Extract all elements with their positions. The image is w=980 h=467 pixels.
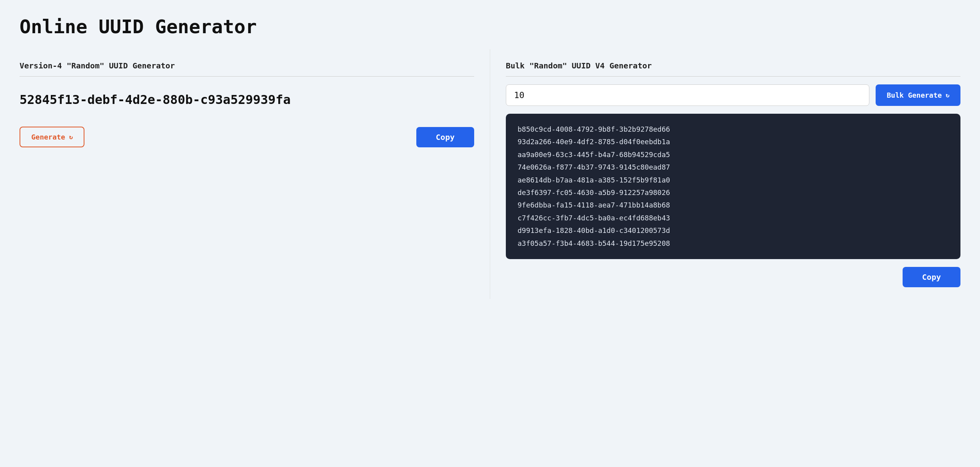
- uuid-list-item: aa9a00e9-63c3-445f-b4a7-68b94529cda5: [518, 149, 949, 161]
- uuid-list-item: 9fe6dbba-fa15-4118-aea7-471bb14a8b68: [518, 199, 949, 211]
- bulk-generate-label: Bulk Generate: [887, 91, 942, 99]
- right-panel-title: Bulk "Random" UUID V4 Generator: [506, 61, 960, 77]
- uuid-list-item: 93d2a266-40e9-4df2-8785-d04f0eebdb1a: [518, 136, 949, 148]
- left-panel: Version-4 "Random" UUID Generator 52845f…: [20, 49, 490, 299]
- bulk-generate-button[interactable]: Bulk Generate ↻: [876, 84, 960, 106]
- uuid-list-item: b850c9cd-4008-4792-9b8f-3b2b9278ed66: [518, 123, 949, 136]
- bulk-refresh-icon: ↻: [946, 91, 950, 99]
- bulk-controls: Bulk Generate ↻: [506, 84, 960, 106]
- uuid-list-container: b850c9cd-4008-4792-9b8f-3b2b9278ed6693d2…: [506, 114, 960, 259]
- generate-button[interactable]: Generate ↻: [20, 127, 84, 147]
- uuid-display: 52845f13-debf-4d2e-880b-c93a529939fa: [20, 92, 474, 107]
- right-panel: Bulk "Random" UUID V4 Generator Bulk Gen…: [506, 49, 960, 299]
- uuid-list-item: ae8614db-b7aa-481a-a385-152f5b9f81a0: [518, 174, 949, 186]
- uuid-list-item: c7f426cc-3fb7-4dc5-ba0a-ec4fd688eb43: [518, 212, 949, 224]
- left-actions: Generate ↻ Copy: [20, 127, 474, 147]
- bulk-count-input[interactable]: [506, 84, 869, 106]
- generate-label: Generate: [31, 133, 65, 141]
- left-panel-title: Version-4 "Random" UUID Generator: [20, 61, 474, 77]
- page-title: Online UUID Generator: [20, 16, 960, 38]
- copy-bulk-button[interactable]: Copy: [903, 267, 960, 287]
- copy-single-button[interactable]: Copy: [416, 127, 474, 147]
- main-container: Version-4 "Random" UUID Generator 52845f…: [20, 49, 960, 299]
- uuid-list-item: 74e0626a-f877-4b37-9743-9145c80ead87: [518, 161, 949, 174]
- uuid-list-item: d9913efa-1828-40bd-a1d0-c3401200573d: [518, 224, 949, 237]
- refresh-icon: ↻: [69, 133, 73, 141]
- uuid-list-item: de3f6397-fc05-4630-a5b9-912257a98026: [518, 186, 949, 199]
- uuid-list-item: a3f05a57-f3b4-4683-b544-19d175e95208: [518, 237, 949, 250]
